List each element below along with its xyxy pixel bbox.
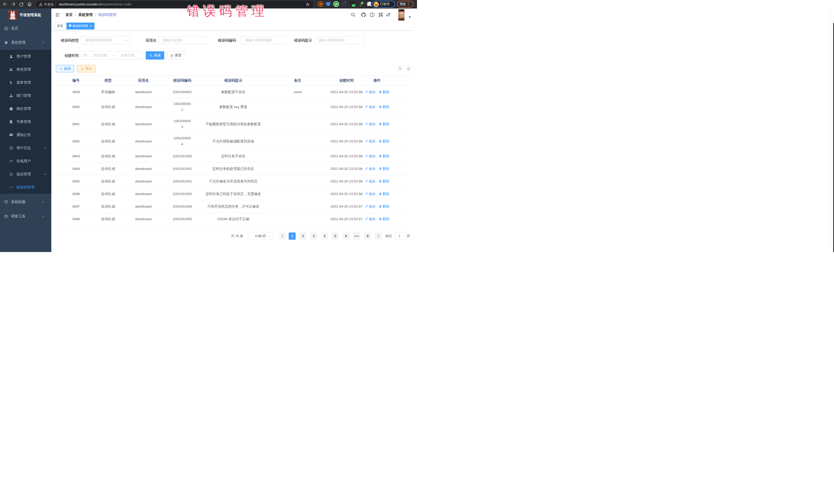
svg-text:on: on: [352, 4, 355, 7]
svg-text:1: 1: [11, 108, 12, 110]
